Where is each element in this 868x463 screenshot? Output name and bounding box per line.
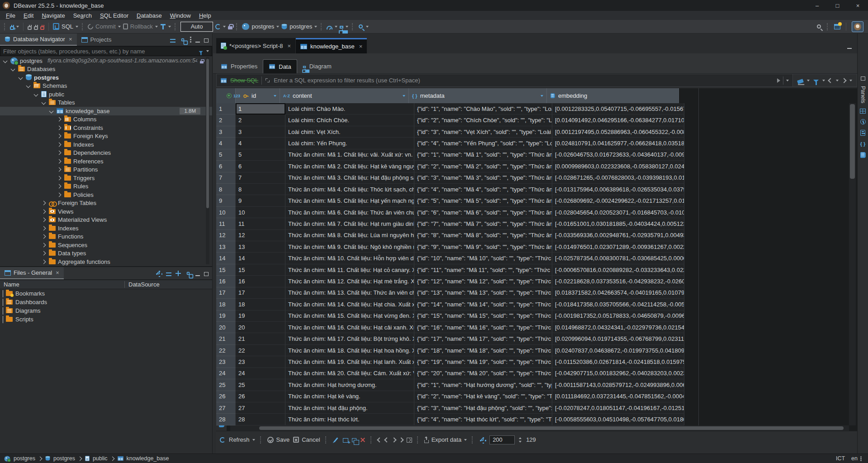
- grid-cell-embedding[interactable]: [-0.0019817352,0.05178833,-0.04650879,-0…: [552, 310, 684, 322]
- expander-icon[interactable]: [3, 307, 3, 314]
- filter-history-caret[interactable]: [786, 80, 789, 81]
- grid-cell-id[interactable]: 13: [236, 241, 285, 253]
- sql-filter-input[interactable]: Enter a SQL expression to filter results…: [274, 77, 773, 84]
- grid-cell-embedding[interactable]: [-0.0011587143,0.028579712,-0.024993896,…: [552, 379, 684, 391]
- grid-cell-id[interactable]: 21: [236, 333, 285, 344]
- network-icon[interactable]: [340, 26, 343, 29]
- metadata-panel-icon[interactable]: { }: [860, 141, 866, 147]
- chevron-right-icon[interactable]: [57, 125, 61, 130]
- grid-cell-id[interactable]: 19: [236, 310, 285, 322]
- tree-item-data-types[interactable]: Data types: [0, 249, 212, 258]
- grid-cell-metadata[interactable]: {"id": "10", "name": "Mã 10", "sold": ""…: [414, 253, 552, 264]
- tree-item-functions[interactable]: Functions: [0, 233, 212, 241]
- close-button[interactable]: ×: [848, 0, 868, 11]
- chevron-down-icon[interactable]: [41, 100, 46, 105]
- collapse-all-icon[interactable]: [166, 272, 171, 276]
- grid-cell-embedding[interactable]: [-0.026809692,-0.0024299622,-0.021713257…: [552, 195, 684, 206]
- grid-cell-metadata[interactable]: {"id": "15", "name": "Mã 15", "sold": ""…: [414, 310, 552, 322]
- grid-cell-embedding[interactable]: [-0.042907715,0.001832962,-0.040283203,0…: [552, 368, 684, 379]
- row-number[interactable]: 23: [216, 356, 236, 368]
- row-number[interactable]: 5: [216, 149, 236, 161]
- grid-cell-content[interactable]: Thức ăn chim: Hạt hướng dương.: [285, 379, 414, 391]
- grid-cell-id[interactable]: 14: [236, 253, 285, 264]
- chevron-right-icon[interactable]: [57, 192, 61, 197]
- commit-caret[interactable]: [118, 26, 121, 28]
- tree-item-constraints[interactable]: Constraints: [0, 124, 212, 132]
- grid-cell-id[interactable]: 26: [236, 391, 285, 402]
- expander-icon[interactable]: [56, 185, 62, 188]
- chevron-down-icon[interactable]: [33, 92, 38, 96]
- close-tab-icon[interactable]: ×: [359, 43, 363, 50]
- cancel-button[interactable]: Cancel: [293, 436, 320, 443]
- grid-cell-embedding[interactable]: [-0.028045654,0.020523071,-0.016845703,-…: [552, 207, 684, 218]
- grid-cell-content[interactable]: Loài chim: Chích Chòe.: [285, 115, 414, 126]
- row-number[interactable]: 24: [216, 368, 236, 379]
- row-number[interactable]: 15: [216, 264, 236, 276]
- grid-cell-id[interactable]: 23: [236, 356, 285, 368]
- subtab-properties[interactable]: Properties: [215, 59, 263, 73]
- transaction-icon[interactable]: [162, 24, 164, 29]
- grid-cell-id[interactable]: 28: [236, 414, 285, 425]
- active-database-caret[interactable]: [314, 26, 317, 28]
- expander-icon[interactable]: [3, 299, 3, 305]
- column-header-embedding[interactable]: embedding: [547, 88, 679, 103]
- menu-sql-editor[interactable]: SQL Editor: [96, 12, 133, 19]
- first-page-button[interactable]: [378, 438, 381, 442]
- grid-cell-embedding[interactable]: [-0.025787354,0.008300781,-0.030685425,0…: [552, 253, 684, 264]
- new-table-icon[interactable]: [834, 24, 840, 29]
- tree-item-databases[interactable]: Databases: [0, 65, 212, 74]
- scrollbar-thumb[interactable]: [259, 426, 844, 430]
- chevron-right-icon[interactable]: [57, 134, 61, 138]
- row-number[interactable]: 2: [216, 115, 236, 126]
- export-data-button[interactable]: Export data: [424, 436, 467, 443]
- tree-item-partitions[interactable]: Partitions: [0, 166, 212, 174]
- save-button[interactable]: Save: [267, 436, 290, 443]
- rollback-caret[interactable]: [155, 26, 158, 28]
- fetch-size-input[interactable]: 200: [489, 435, 515, 444]
- tree-item-triggers[interactable]: Triggers: [0, 174, 212, 182]
- tree-item-postgres[interactable]: postgres: [0, 73, 212, 82]
- new-connection-icon[interactable]: [10, 26, 14, 30]
- grid-cell-id[interactable]: 5: [236, 149, 285, 161]
- active-connection-caret[interactable]: [276, 26, 279, 28]
- row-number[interactable]: 7: [216, 172, 236, 184]
- grid-cell-metadata[interactable]: {"id": "8", "name": "Mã 8", "sold": "", …: [414, 230, 552, 241]
- rollback-label[interactable]: Rollback: [130, 23, 153, 30]
- tree-item-public[interactable]: public: [0, 90, 212, 99]
- grid-cell-embedding[interactable]: [-0.033569336,0.002948761,-0.02935791,0.…: [552, 230, 684, 241]
- navigator-scrollbar[interactable]: [206, 57, 209, 264]
- active-database-label[interactable]: postgres: [289, 23, 312, 30]
- menu-file[interactable]: File: [2, 12, 19, 19]
- refresh-icon[interactable]: [220, 437, 225, 443]
- tree-item-sequences[interactable]: Sequences: [0, 241, 212, 249]
- edit-value-icon[interactable]: [333, 437, 338, 442]
- filters-icon[interactable]: [813, 80, 819, 82]
- restore-panel-icon[interactable]: [861, 76, 865, 81]
- grid-cell-embedding[interactable]: [-0.026046753,0.016723633,-0.043640137,-…: [552, 149, 684, 161]
- chevron-right-icon[interactable]: [3, 307, 3, 315]
- grid-cell-content[interactable]: Loài chim: Chào Mào.: [285, 103, 414, 115]
- minimize-panel-icon[interactable]: [195, 275, 200, 276]
- files-item-dashboards[interactable]: Dashboards: [0, 298, 212, 306]
- minimize-panel-icon[interactable]: [195, 42, 200, 43]
- grid-cell-metadata[interactable]: {"id": "18", "name": "Mã 18", "sold": ""…: [414, 345, 552, 356]
- language-indicator[interactable]: en: [851, 455, 862, 462]
- minimize-editor-icon[interactable]: [847, 48, 852, 49]
- expander-icon[interactable]: [40, 260, 47, 263]
- link-with-editor-icon[interactable]: [187, 272, 190, 274]
- expander-icon[interactable]: [40, 227, 47, 230]
- grid-cell-content[interactable]: Thức ăn chim: Mã 14. Chất liệu: Hạt chia…: [285, 299, 414, 310]
- grid-cell-content[interactable]: Thức ăn chim: Mã 7. Chất liệu: Hạt rum g…: [285, 218, 414, 229]
- connect-icon[interactable]: [28, 26, 32, 30]
- chevron-right-icon[interactable]: [57, 151, 61, 155]
- row-number[interactable]: 11: [216, 218, 236, 229]
- menu-database[interactable]: Database: [133, 12, 166, 19]
- grid-cell-embedding[interactable]: [0.011184692,0.037231445,-0.047851562,-0…: [552, 391, 684, 402]
- refresh-caret[interactable]: [252, 439, 255, 441]
- expander-icon[interactable]: [40, 101, 47, 104]
- grid-cell-content[interactable]: Thức ăn chim: Mã 16. Chất liệu: Hạt cải …: [285, 322, 414, 333]
- grid-cell-content[interactable]: Thức ăn chim: Mã 4. Chất liệu: Thóc lứt …: [285, 184, 414, 195]
- expander-icon[interactable]: [56, 134, 62, 138]
- grid-cell-content[interactable]: Thức ăn chim: Mã 17. Chất liệu: Bột trứn…: [285, 333, 414, 344]
- chevron-right-icon[interactable]: [41, 251, 46, 256]
